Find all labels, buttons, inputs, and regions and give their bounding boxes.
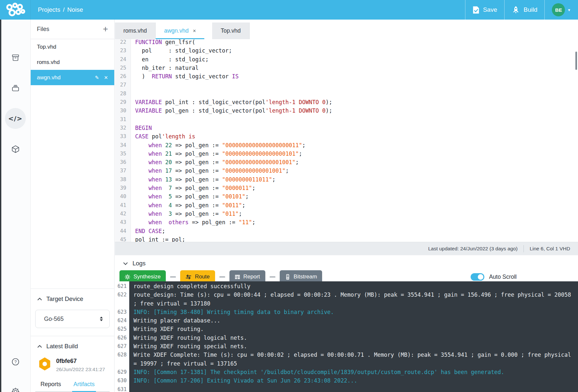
log-line-number: 626 xyxy=(115,334,129,342)
line-number: 30 xyxy=(115,106,131,115)
code-text: VARIABLE pol_gen : std_logic_vector(pol'… xyxy=(131,106,332,115)
tab-artifacts[interactable]: Artifacts xyxy=(73,381,95,391)
save-button[interactable]: Save xyxy=(473,6,497,14)
cursor-position-text: Line 6, Col 1 VHD xyxy=(530,246,570,252)
code-text: when 13 => pol_gen := "0000000011011"; xyxy=(131,175,275,184)
log-text: Writing XDEF routing. xyxy=(129,325,578,333)
sidebar-item-package[interactable] xyxy=(0,145,31,153)
log-line: 626Writing XDEF routing logical nets. xyxy=(115,334,578,342)
target-device-value: Go-565 xyxy=(44,316,64,322)
code-text: when 17 => pol_gen := "00000000000001001… xyxy=(131,166,289,175)
sort-arrows-icon xyxy=(99,316,103,322)
gear-icon xyxy=(11,387,20,392)
log-text: INFO: [Common 17-1381] The checkpoint '/… xyxy=(129,368,578,376)
button-label: Bitstream xyxy=(294,274,317,280)
log-line-number: 623 xyxy=(115,308,129,316)
close-tab-icon[interactable]: × xyxy=(193,28,196,34)
sidebar-item-archive[interactable] xyxy=(0,54,31,62)
code-line: 37 when 17 => pol_gen := "00000000000001… xyxy=(115,166,578,175)
code-line: 26 ) RETURN std_logic_vector IS xyxy=(115,72,578,81)
code-line: 43 when others => pol_gen := "11"; xyxy=(115,218,578,227)
build-button[interactable]: Build xyxy=(512,6,537,14)
settings-button[interactable] xyxy=(0,387,31,392)
sidebar-item-inbox[interactable] xyxy=(0,84,31,92)
log-text: Writing XDEF routing special nets. xyxy=(129,342,578,351)
file-label: awgn.vhd xyxy=(37,74,61,81)
code-line: 44END CASE; xyxy=(115,227,578,235)
rename-icon[interactable]: ✎ xyxy=(95,75,99,81)
file-item-awgn-vhd[interactable]: awgn.vhd✎✕ xyxy=(31,70,114,85)
code-line: 39 when 7 => pol_gen := "0000011"; xyxy=(115,184,578,192)
button-label: Route xyxy=(195,274,210,280)
line-number: 24 xyxy=(115,55,131,64)
log-line-number: 621 xyxy=(115,282,129,290)
file-item-roms-vhd[interactable]: roms.vhd xyxy=(31,55,114,70)
target-device-select[interactable]: Go-565 xyxy=(35,310,110,328)
code-lines: 22FUNCTION gen_lfsr(23 pol : std_logic_v… xyxy=(115,39,578,242)
active-item-highlight: </> xyxy=(5,108,26,129)
close-icon[interactable]: ✕ xyxy=(104,75,108,81)
file-item-actions: ✎✕ xyxy=(95,75,108,81)
pipeline-connector xyxy=(270,276,275,277)
tab-label: awgn.vhd xyxy=(164,27,189,34)
code-line: 24 en : std_logic; xyxy=(115,55,578,64)
code-text: nb_iter : natural xyxy=(131,64,198,72)
file-item-Top-vhd[interactable]: Top.vhd xyxy=(31,39,114,55)
add-file-button[interactable]: + xyxy=(103,25,108,34)
chevron-up-icon xyxy=(37,298,42,301)
autoscroll-toggle[interactable] xyxy=(471,273,484,281)
chevron-down-icon[interactable]: ▾ xyxy=(568,8,570,12)
tab-reports[interactable]: Reports xyxy=(40,381,61,391)
build-item[interactable]: 0fbfe67 26/Jun/2022 23:41:27 xyxy=(39,357,110,372)
log-line: 622route_design: Time (s): cpu = 00:00:4… xyxy=(115,290,578,308)
file-list: Top.vhdroms.vhdawgn.vhd✎✕ xyxy=(31,39,114,85)
editor-tab-bar: roms.vhdawgn.vhd×Top.vhd xyxy=(115,20,578,39)
chevron-down-icon xyxy=(123,262,128,265)
tab-Top-vhd[interactable]: Top.vhd xyxy=(212,23,249,39)
line-number: 26 xyxy=(115,72,131,81)
target-device-header[interactable]: Target Device xyxy=(35,294,110,303)
line-number: 34 xyxy=(115,141,131,149)
code-text: when others => pol_gen := "11"; xyxy=(131,218,256,227)
panel-bottom: Target Device Go-565 Latest Build xyxy=(31,289,114,392)
code-text: pol : std_logic_vector; xyxy=(131,46,232,55)
logo-circles-icon xyxy=(5,3,25,17)
line-number: 39 xyxy=(115,184,131,192)
code-text: when 22 => pol_gen := "00000000000000000… xyxy=(131,141,305,149)
log-line-number: 629 xyxy=(115,368,129,376)
code-text: ) RETURN std_logic_vector IS xyxy=(131,72,239,81)
code-text: FUNCTION gen_lfsr( xyxy=(131,39,195,46)
logs-panel: Logs SynthesizeRouteReportBitstream Auto… xyxy=(115,255,578,392)
breadcrumb: Projects / Noise xyxy=(31,6,83,13)
line-number: 28 xyxy=(115,89,131,98)
button-label: Report xyxy=(243,274,260,280)
code-icon: </> xyxy=(8,115,23,122)
latest-build-header[interactable]: Latest Build xyxy=(35,341,110,350)
build-info: 0fbfe67 26/Jun/2022 23:41:27 xyxy=(56,357,105,372)
code-text: when 3 => pol_gen := "011"; xyxy=(131,210,242,218)
log-text: INFO: [Common 17-206] Exiting Vivado at … xyxy=(129,376,578,385)
log-line-number: 631 xyxy=(115,385,129,392)
breadcrumb-projects[interactable]: Projects xyxy=(38,6,60,13)
code-line: 35 when 21 => pol_gen := "00000000000000… xyxy=(115,149,578,158)
top-bar: Projects / Noise Save xyxy=(0,0,578,20)
build-tabs: ReportsArtifacts xyxy=(35,381,110,392)
icon-rail: </> ? xyxy=(0,20,31,392)
logs-header[interactable]: Logs xyxy=(115,255,578,267)
editor-scrollbar-thumb[interactable] xyxy=(575,52,577,70)
main-area: roms.vhdawgn.vhd×Top.vhd 22FUNCTION gen_… xyxy=(115,20,578,392)
avatar[interactable]: BE xyxy=(552,3,565,16)
line-number: 33 xyxy=(115,132,131,141)
log-terminal[interactable]: 621route_design completed successfully62… xyxy=(115,281,578,392)
code-text: BEGIN xyxy=(131,124,152,132)
tab-roms-vhd[interactable]: roms.vhd xyxy=(115,23,156,39)
help-button[interactable]: ? xyxy=(0,357,31,366)
rocket-icon xyxy=(512,6,520,14)
tab-awgn-vhd[interactable]: awgn.vhd× xyxy=(156,23,204,39)
code-editor[interactable]: 22FUNCTION gen_lfsr(23 pol : std_logic_v… xyxy=(115,39,578,242)
app-logo[interactable] xyxy=(0,0,31,20)
files-header: Files + xyxy=(31,20,114,39)
pipeline-connector xyxy=(219,276,225,277)
log-line: 623INFO: [Timing 38-480] Writing timing … xyxy=(115,308,578,316)
sidebar-item-code-editor[interactable]: </> xyxy=(0,108,31,129)
